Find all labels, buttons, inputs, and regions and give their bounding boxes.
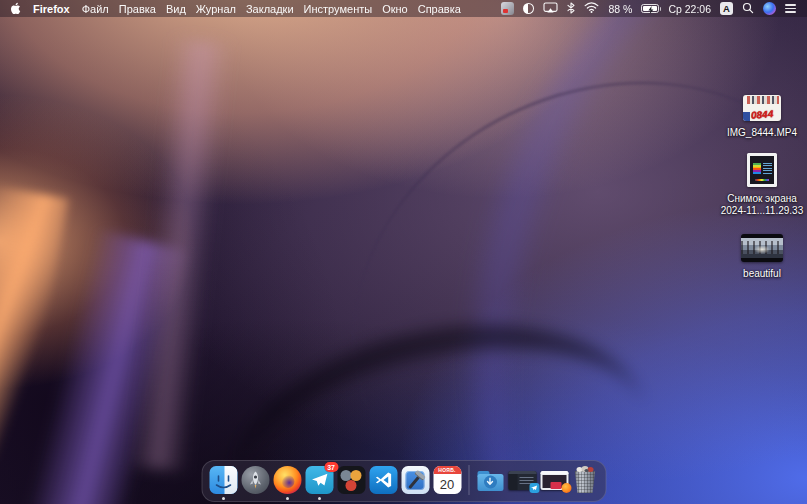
dock-minimized-telegram-window[interactable] xyxy=(508,471,536,490)
dock-finder[interactable] xyxy=(209,466,237,494)
rainbow-apple-art xyxy=(753,163,761,174)
menu-item-edit[interactable]: Правка xyxy=(119,3,156,15)
file-label-line1: Снимок экрана xyxy=(727,193,797,205)
menu-bar: Firefox Файл Правка Вид Журнал Закладки … xyxy=(0,0,807,17)
contrast-toggle-icon[interactable] xyxy=(523,3,534,14)
dock-minimized-firefox-window[interactable] xyxy=(540,471,568,490)
menubar-app-icon[interactable] xyxy=(501,2,514,15)
menu-item-history[interactable]: Журнал xyxy=(196,3,236,15)
screenshot-thumbnail xyxy=(747,153,777,187)
video-thumbnail: 0844 xyxy=(743,95,781,121)
app-menu-title[interactable]: Firefox xyxy=(33,3,70,15)
spotlight-search-icon[interactable] xyxy=(742,2,754,16)
file-label: beautiful xyxy=(743,268,781,280)
battery-charging-icon[interactable] xyxy=(641,4,659,13)
running-indicator xyxy=(222,497,225,500)
menu-item-bookmarks[interactable]: Закладки xyxy=(246,3,294,15)
dock: 37 НОЯБ. 20 xyxy=(201,460,606,502)
dock-telegram[interactable]: 37 xyxy=(305,466,333,494)
dock-trash-full[interactable] xyxy=(572,466,598,494)
dock-downloads-folder[interactable] xyxy=(476,466,504,494)
dock-launchpad[interactable] xyxy=(241,466,269,494)
menu-item-window[interactable]: Окно xyxy=(382,3,408,15)
xcode-icon xyxy=(401,466,429,494)
calendar-month: НОЯБ. xyxy=(433,466,461,474)
running-indicator xyxy=(286,497,289,500)
menu-lines-icon[interactable] xyxy=(785,4,796,13)
finder-icon xyxy=(209,466,237,494)
file-label: IMG_8444.MP4 xyxy=(727,127,797,139)
calendar-icon: НОЯБ. 20 xyxy=(433,466,461,494)
desktop-file-beautiful[interactable]: beautiful xyxy=(720,234,804,280)
input-source-badge[interactable]: A xyxy=(720,2,733,15)
screen-mirroring-icon[interactable] xyxy=(543,2,558,15)
calendar-day: 20 xyxy=(433,474,461,494)
wifi-icon[interactable] xyxy=(584,2,599,15)
menu-item-file[interactable]: Файл xyxy=(82,3,109,15)
launchpad-icon xyxy=(241,466,269,494)
firefox-badge-icon xyxy=(561,483,571,493)
menu-item-view[interactable]: Вид xyxy=(166,3,186,15)
wallpaper-streak xyxy=(128,38,233,472)
firefox-icon xyxy=(273,466,301,494)
menu-item-tools[interactable]: Инструменты xyxy=(304,3,373,15)
desktop: Firefox Файл Правка Вид Журнал Закладки … xyxy=(0,0,807,504)
downloads-folder-icon xyxy=(476,466,504,494)
dock-divider xyxy=(468,465,469,495)
siri-icon[interactable] xyxy=(763,2,776,15)
dock-davinci-resolve[interactable] xyxy=(337,466,365,494)
apple-menu-icon[interactable] xyxy=(10,2,21,15)
dock-xcode[interactable] xyxy=(401,466,429,494)
bluetooth-icon[interactable] xyxy=(567,2,575,16)
davinci-resolve-icon xyxy=(337,466,365,494)
dock-vscode[interactable] xyxy=(369,466,397,494)
vscode-icon xyxy=(369,466,397,494)
wallpaper-streak xyxy=(0,185,69,465)
thumbnail-overlay-text: 0844 xyxy=(751,108,774,121)
battery-percent: 88 % xyxy=(608,3,632,15)
running-indicator xyxy=(318,497,321,500)
video-thumbnail xyxy=(741,234,783,262)
wallpaper xyxy=(0,0,807,504)
telegram-badge-icon xyxy=(529,483,539,493)
dock-firefox[interactable] xyxy=(273,466,301,494)
dock-calendar[interactable]: НОЯБ. 20 xyxy=(433,466,461,494)
notification-badge: 37 xyxy=(324,462,338,472)
menu-item-help[interactable]: Справка xyxy=(418,3,461,15)
file-label-line2: 2024-11...11.29.33 xyxy=(721,205,803,217)
crumpled-paper xyxy=(575,466,595,473)
wallpaper-streak xyxy=(27,229,223,504)
hammer-glyph xyxy=(401,466,429,494)
clock[interactable]: Ср 22:06 xyxy=(668,3,711,15)
desktop-file-img-8444[interactable]: 0844 IMG_8444.MP4 xyxy=(720,95,804,139)
desktop-file-screenshot[interactable]: Снимок экрана 2024-11...11.29.33 xyxy=(720,153,804,216)
